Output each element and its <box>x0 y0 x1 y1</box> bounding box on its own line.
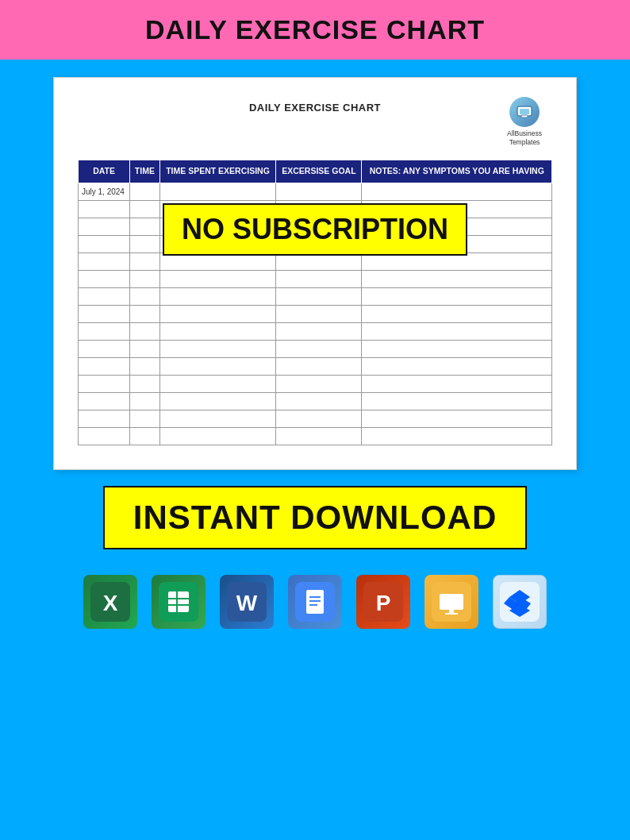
svg-rect-21 <box>449 610 454 613</box>
svg-text:P: P <box>376 591 391 615</box>
document-card: DAILY EXERCISE CHART AllBusiness Templat… <box>53 77 577 470</box>
top-header-bar: DAILY EXERCISE CHART <box>0 0 630 60</box>
table-row <box>79 410 552 427</box>
svg-rect-22 <box>445 613 458 615</box>
app-icons-row: X W P <box>53 575 577 629</box>
excel-icon[interactable]: X <box>83 575 137 629</box>
logo-area: AllBusiness Templates <box>497 97 552 147</box>
instant-download-banner[interactable]: INSTANT DOWNLOAD <box>103 486 528 549</box>
table-row <box>79 305 552 322</box>
table-row <box>79 287 552 305</box>
date-cell: July 1, 2024 <box>79 183 130 200</box>
table-row <box>79 392 552 410</box>
powerpoint-icon[interactable]: P <box>356 575 410 629</box>
col-notes: NOTES: ANY SYMPTOMS YOU ARE HAVING <box>362 160 552 183</box>
svg-rect-1 <box>520 109 529 114</box>
instant-download-label: INSTANT DOWNLOAD <box>133 499 497 536</box>
word-icon[interactable]: W <box>220 575 274 629</box>
table-row <box>79 375 552 392</box>
col-time-spent: TIME SPENT EXERCISING <box>159 160 276 183</box>
instant-download-section[interactable]: INSTANT DOWNLOAD <box>53 486 577 549</box>
svg-rect-20 <box>440 594 463 610</box>
goal-cell <box>276 183 362 200</box>
page-title: DAILY EXERCISE CHART <box>0 14 630 45</box>
table-wrapper: DATE TIME TIME SPENT EXERCISING EXCERSIS… <box>78 160 552 445</box>
logo-icon <box>509 97 540 127</box>
svg-text:W: W <box>236 591 258 615</box>
dropbox-icon[interactable] <box>493 575 547 629</box>
svg-rect-6 <box>168 591 189 612</box>
sheets-icon[interactable] <box>152 575 206 629</box>
no-subscription-overlay: NO SUBSCRIPTION <box>78 203 552 256</box>
svg-rect-2 <box>521 115 528 118</box>
table-row <box>79 340 552 357</box>
table-row <box>79 357 552 375</box>
doc-title: DAILY EXERCISE CHART <box>133 97 497 114</box>
time-cell <box>130 183 159 200</box>
col-date: DATE <box>79 160 130 183</box>
table-row: July 1, 2024 <box>79 183 552 200</box>
no-subscription-label: NO SUBSCRIPTION <box>163 203 467 256</box>
table-row <box>79 427 552 445</box>
exercise-table: DATE TIME TIME SPENT EXERCISING EXCERSIS… <box>78 160 552 445</box>
slides-icon[interactable] <box>424 575 478 629</box>
col-time: TIME <box>130 160 159 183</box>
table-row <box>79 270 552 287</box>
svg-text:X: X <box>103 591 118 615</box>
notes-cell <box>362 183 552 200</box>
col-goal: EXCERSISE GOAL <box>276 160 362 183</box>
logo-text: AllBusiness Templates <box>507 129 542 147</box>
docs-icon[interactable] <box>288 575 342 629</box>
time-spent-cell <box>159 183 276 200</box>
doc-header: DAILY EXERCISE CHART AllBusiness Templat… <box>78 97 552 147</box>
table-row <box>79 322 552 340</box>
